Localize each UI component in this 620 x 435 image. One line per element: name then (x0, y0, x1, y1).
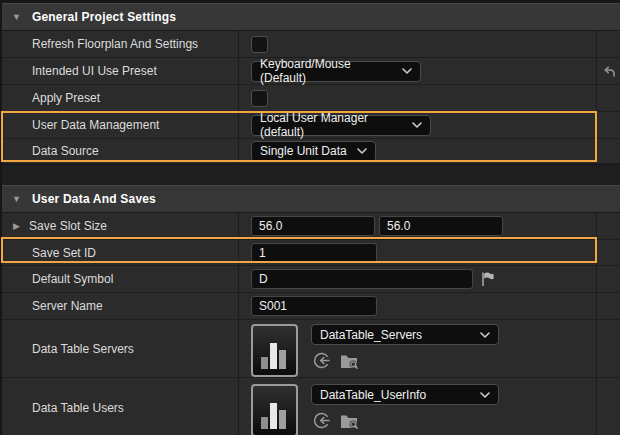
datatable-asset-thumbnail[interactable] (251, 384, 298, 435)
collapse-arrow-icon[interactable]: ▼ (12, 195, 21, 204)
property-label: Intended UI Use Preset (2, 58, 238, 84)
collapse-arrow-icon[interactable]: ▼ (12, 13, 21, 22)
section-title: User Data And Saves (32, 192, 156, 206)
property-row: Default Symbol (2, 266, 620, 293)
details-panel: ▼ General Project Settings Refresh Floor… (0, 0, 620, 435)
property-row: Apply Preset (2, 85, 620, 112)
reset-to-default-icon[interactable] (602, 65, 616, 78)
data-table-users-dropdown[interactable]: DataTable_UserInfo (311, 384, 499, 405)
section-header-user-data-and-saves[interactable]: ▼ User Data And Saves (2, 185, 620, 213)
bar-chart-icon (259, 400, 290, 429)
property-row: Data Table Servers DataTable_Servers (2, 320, 620, 378)
section-spacer (2, 164, 620, 185)
expand-arrow-icon[interactable]: ▶ (13, 221, 20, 231)
user-data-management-dropdown[interactable]: Local User Manager (default) (251, 115, 431, 136)
use-selected-asset-icon[interactable] (313, 352, 330, 369)
property-label: Default Symbol (2, 266, 238, 292)
chevron-down-icon (480, 392, 490, 398)
browse-to-asset-icon[interactable] (340, 413, 359, 429)
property-row: Data Table Users DataTable_UserInfo (2, 378, 620, 435)
property-row: User Data Management Local User Manager … (2, 112, 620, 139)
property-row: Refresh Floorplan And Settings (2, 31, 620, 58)
data-table-servers-dropdown[interactable]: DataTable_Servers (311, 324, 499, 345)
section-title: General Project Settings (32, 10, 176, 24)
bar-chart-icon (259, 340, 290, 369)
dropdown-value: Single Unit Data (260, 144, 347, 158)
property-row: Data Source Single Unit Data (2, 139, 620, 164)
chevron-down-icon (480, 332, 490, 338)
property-row: Intended UI Use Preset Keyboard/Mouse (D… (2, 58, 620, 85)
ui-use-preset-dropdown[interactable]: Keyboard/Mouse (Default) (251, 61, 421, 82)
flag-icon[interactable] (480, 271, 496, 287)
property-label: Data Source (2, 139, 238, 163)
apply-preset-checkbox[interactable] (251, 90, 268, 107)
property-row: Server Name (2, 293, 620, 320)
dropdown-value: Keyboard/Mouse (Default) (260, 57, 392, 85)
data-source-dropdown[interactable]: Single Unit Data (251, 141, 376, 162)
property-label: Save Slot Size (29, 219, 107, 233)
property-row: Save Set ID (2, 240, 620, 266)
property-label: User Data Management (2, 112, 238, 138)
property-label: Data Table Servers (2, 320, 238, 377)
property-label: Server Name (2, 293, 238, 319)
property-label: Refresh Floorplan And Settings (2, 31, 238, 57)
dropdown-value: Local User Manager (default) (260, 111, 402, 139)
chevron-down-icon (402, 68, 412, 74)
save-set-id-input[interactable] (251, 243, 377, 263)
property-label: Save Set ID (2, 240, 238, 265)
use-selected-asset-icon[interactable] (313, 412, 330, 429)
chevron-down-icon (412, 122, 422, 128)
save-slot-size-x-input[interactable] (251, 216, 375, 236)
refresh-floorplan-checkbox[interactable] (251, 36, 268, 53)
property-label: Data Table Users (2, 378, 238, 435)
property-label: Apply Preset (2, 85, 238, 111)
property-row: ▶ Save Slot Size (2, 213, 620, 240)
save-slot-size-y-input[interactable] (379, 216, 503, 236)
dropdown-value: DataTable_UserInfo (320, 388, 426, 402)
section-header-general-project-settings[interactable]: ▼ General Project Settings (2, 3, 620, 31)
chevron-down-icon (357, 148, 367, 154)
browse-to-asset-icon[interactable] (340, 353, 359, 369)
server-name-input[interactable] (251, 296, 377, 316)
default-symbol-input[interactable] (251, 269, 473, 289)
datatable-asset-thumbnail[interactable] (251, 324, 298, 377)
dropdown-value: DataTable_Servers (320, 328, 422, 342)
